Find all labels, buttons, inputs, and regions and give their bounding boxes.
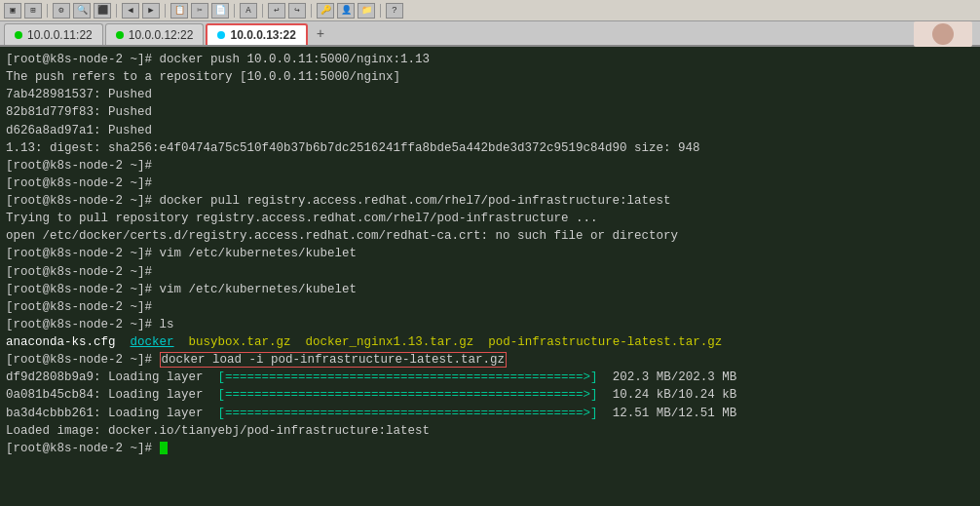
toolbar-sep-7: [380, 4, 381, 18]
tab-dot-2: [116, 31, 124, 39]
line-15: [root@k8s-node-2 ~]#: [6, 298, 974, 316]
line-12: [root@k8s-node-2 ~]# vim /etc/kubernetes…: [6, 245, 974, 262]
line-22: Loaded image: docker.io/tianyebj/pod-inf…: [6, 422, 974, 440]
line-18: [root@k8s-node-2 ~]# docker load -i pod-…: [6, 351, 974, 369]
line-13: [root@k8s-node-2 ~]#: [6, 263, 974, 281]
toolbar-icon-11[interactable]: A: [240, 3, 257, 19]
tab-dot-1: [15, 31, 22, 39]
toolbar-icon-2[interactable]: ⊞: [24, 3, 42, 19]
line-14: [root@k8s-node-2 ~]# vim /etc/kubernetes…: [6, 281, 974, 298]
highlighted-command: docker load -i pod-infrastructure-latest…: [160, 352, 508, 368]
toolbar-icon-15[interactable]: 👤: [337, 3, 355, 19]
toolbar-sep-2: [116, 4, 117, 18]
tab-3[interactable]: 10.0.0.13:22: [206, 23, 307, 45]
toolbar-icon-16[interactable]: 📁: [358, 3, 375, 19]
toolbar-sep-5: [262, 4, 263, 18]
tab-2[interactable]: 10.0.0.12:22: [105, 23, 205, 45]
line-7: [root@k8s-node-2 ~]#: [6, 157, 974, 175]
toolbar-icon-14[interactable]: 🔑: [317, 3, 334, 19]
toolbar: ▣ ⊞ ⚙ 🔍 ⬛ ◀ ▶ 📋 ✂ 📄 A ↩ ↪ 🔑 👤 📁 ?: [0, 0, 980, 21]
tab-add-button[interactable]: +: [310, 23, 331, 45]
toolbar-sep-4: [234, 4, 235, 18]
toolbar-icon-10[interactable]: 📄: [211, 3, 229, 19]
toolbar-icon-9[interactable]: ✂: [191, 3, 208, 19]
line-3: 7ab428981537: Pushed: [6, 86, 974, 103]
line-4: 82b81d779f83: Pushed: [6, 103, 974, 121]
toolbar-icon-12[interactable]: ↩: [268, 3, 285, 19]
tab-label-2: 10.0.0.12:22: [129, 28, 194, 42]
terminal-cursor: [160, 442, 168, 454]
tabbar: 10.0.0.11:22 10.0.0.12:22 10.0.0.13:22 +: [0, 21, 980, 47]
toolbar-icon-5[interactable]: ⬛: [94, 3, 111, 19]
line-8: [root@k8s-node-2 ~]#: [6, 175, 974, 192]
avatar: [932, 23, 954, 45]
toolbar-sep-3: [165, 4, 166, 18]
line-19-progress: df9d2808b9a9: Loading layer [===========…: [6, 369, 974, 386]
line-16: [root@k8s-node-2 ~]# ls: [6, 316, 974, 333]
toolbar-icon-3[interactable]: ⚙: [53, 3, 70, 19]
tab-label-1: 10.0.0.11:22: [27, 28, 93, 42]
toolbar-icon-4[interactable]: 🔍: [73, 3, 91, 19]
toolbar-sep-1: [47, 4, 48, 18]
toolbar-icon-1[interactable]: ▣: [4, 3, 21, 19]
line-9: [root@k8s-node-2 ~]# docker pull registr…: [6, 192, 974, 210]
toolbar-icon-7[interactable]: ▶: [142, 3, 160, 19]
line-1: [root@k8s-node-2 ~]# docker push 10.0.0.…: [6, 51, 974, 68]
toolbar-icon-6[interactable]: ◀: [122, 3, 139, 19]
toolbar-sep-6: [311, 4, 312, 18]
line-20-progress: 0a081b45cb84: Loading layer [===========…: [6, 386, 974, 404]
line-21-progress: ba3d4cbbb261: Loading layer [===========…: [6, 405, 974, 422]
tab-dot-3: [217, 31, 225, 39]
tab-1[interactable]: 10.0.0.11:22: [4, 23, 103, 45]
terminal[interactable]: [root@k8s-node-2 ~]# docker push 10.0.0.…: [0, 47, 980, 506]
line-17-ls: anaconda-ks.cfg docker busybox.tar.gz do…: [6, 333, 974, 351]
avatar-area: [914, 21, 972, 47]
line-2: The push refers to a repository [10.0.0.…: [6, 68, 974, 86]
toolbar-icon-13[interactable]: ↪: [288, 3, 306, 19]
tab-label-3: 10.0.0.13:22: [230, 28, 295, 42]
toolbar-icon-8[interactable]: 📋: [170, 3, 188, 19]
toolbar-icon-17[interactable]: ?: [386, 3, 403, 19]
line-6: 1.13: digest: sha256:e4f0474a75c510f40b3…: [6, 139, 974, 157]
line-5: d626a8ad97a1: Pushed: [6, 122, 974, 139]
line-11: open /etc/docker/certs.d/registry.access…: [6, 227, 974, 245]
line-10: Trying to pull repository registry.acces…: [6, 210, 974, 227]
line-23-prompt: [root@k8s-node-2 ~]#: [6, 440, 974, 457]
